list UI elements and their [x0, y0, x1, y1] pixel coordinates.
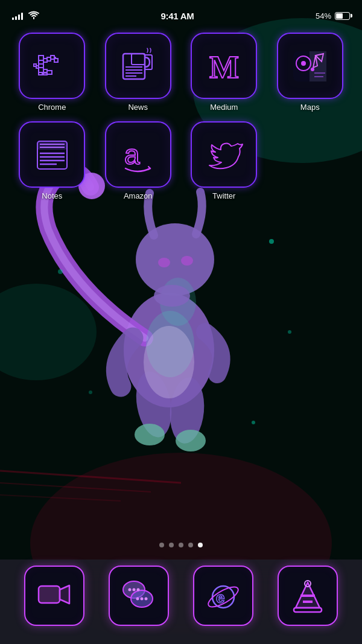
svg-rect-35 [39, 72, 42, 75]
ie-icon[interactable]: e [193, 566, 253, 626]
svg-point-69 [137, 588, 140, 591]
twitter-icon[interactable] [191, 121, 257, 188]
svg-rect-37 [54, 57, 56, 59]
svg-point-72 [145, 598, 148, 601]
svg-rect-29 [54, 59, 58, 62]
svg-point-13 [181, 256, 193, 266]
medium-label: Medium [210, 103, 238, 112]
facetime-icon[interactable] [24, 566, 84, 626]
amazon-icon[interactable]: a [105, 121, 171, 188]
maps-label: Maps [300, 103, 320, 112]
app-maps[interactable]: Maps [270, 33, 351, 112]
medium-icon[interactable]: M [191, 33, 257, 99]
svg-rect-55 [37, 141, 67, 150]
news-label: News [128, 103, 148, 112]
dock-messages[interactable] [109, 566, 169, 626]
chrome-icon[interactable] [19, 33, 85, 99]
svg-rect-25 [39, 56, 43, 60]
svg-rect-40 [123, 54, 145, 79]
svg-point-15 [154, 285, 190, 307]
news-icon[interactable] [105, 33, 171, 99]
svg-rect-34 [47, 71, 52, 74]
notes-icon[interactable] [19, 121, 85, 188]
svg-point-18 [288, 330, 291, 334]
chrome-label: Chrome [38, 103, 66, 112]
status-bar: 9:41 AM 54% [0, 0, 362, 27]
app-twitter[interactable]: Twitter [184, 121, 264, 200]
svg-point-21 [89, 391, 92, 394]
svg-point-70 [136, 598, 139, 601]
dock-vlc[interactable] [278, 566, 338, 626]
status-left [12, 11, 39, 21]
battery-percentage: 54% [316, 11, 331, 21]
status-right: 54% [316, 11, 350, 21]
vlc-icon[interactable] [278, 566, 338, 626]
page-dot-3[interactable] [179, 543, 183, 547]
app-grid: Chrome News [0, 27, 362, 206]
svg-rect-78 [294, 608, 322, 612]
signal-bar-1 [12, 18, 14, 20]
svg-point-68 [133, 588, 136, 591]
svg-point-50 [301, 61, 306, 66]
page-dot-1[interactable] [159, 543, 164, 547]
svg-text:a: a [124, 139, 140, 170]
dock-ie[interactable]: e [193, 566, 253, 626]
status-time: 9:41 AM [161, 11, 194, 21]
svg-text:M: M [209, 50, 239, 84]
page-dot-2[interactable] [169, 543, 174, 547]
svg-point-51 [311, 68, 314, 71]
signal-bar-3 [18, 14, 20, 20]
svg-point-9 [135, 424, 165, 445]
app-notes[interactable]: Notes [12, 121, 92, 200]
svg-rect-32 [39, 68, 43, 72]
svg-text:e: e [216, 588, 224, 607]
dock: e [0, 560, 362, 644]
svg-point-16 [144, 326, 194, 398]
svg-point-71 [141, 598, 144, 601]
dock-facetime[interactable] [24, 566, 84, 626]
wifi-icon [28, 11, 39, 21]
notes-label: Notes [42, 191, 62, 200]
twitter-label: Twitter [212, 191, 235, 200]
page-dots [0, 543, 362, 547]
app-chrome[interactable]: Chrome [12, 33, 92, 112]
signal-bars [12, 11, 23, 20]
svg-point-17 [269, 239, 274, 244]
svg-rect-39 [34, 64, 36, 66]
maps-icon[interactable] [277, 33, 343, 99]
page-dot-4[interactable] [188, 543, 193, 547]
battery-fill [336, 13, 343, 19]
svg-point-67 [129, 588, 132, 591]
svg-point-12 [158, 258, 170, 267]
amazon-label: Amazon [124, 191, 153, 200]
app-medium[interactable]: M Medium [184, 33, 264, 112]
app-news[interactable]: News [98, 33, 179, 112]
svg-point-20 [58, 269, 63, 274]
app-amazon[interactable]: a Amazon [98, 121, 179, 200]
svg-point-10 [176, 430, 206, 451]
signal-bar-4 [21, 13, 23, 20]
svg-rect-41 [132, 54, 145, 65]
battery-icon [335, 12, 350, 20]
page-dot-5[interactable] [198, 543, 203, 547]
messages-icon[interactable] [109, 566, 169, 626]
svg-rect-64 [39, 587, 59, 602]
svg-point-19 [252, 421, 255, 424]
signal-bar-2 [15, 16, 17, 20]
